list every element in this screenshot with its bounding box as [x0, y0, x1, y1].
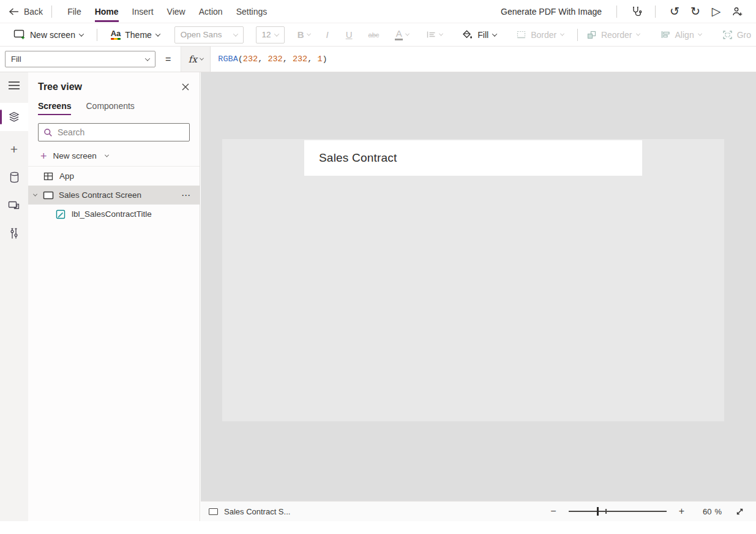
tree-search-box[interactable] — [38, 123, 190, 141]
reorder-icon — [586, 30, 597, 40]
font-size-dropdown[interactable]: 12 — [256, 26, 285, 43]
title-label-control[interactable]: Sales Contract — [304, 140, 642, 176]
zoom-in-button[interactable]: + — [676, 506, 687, 516]
border-label: Border — [531, 30, 556, 40]
media-nav-button[interactable] — [0, 191, 28, 219]
align-button[interactable]: Align — [656, 25, 706, 45]
font-color-button[interactable]: A — [391, 29, 413, 41]
font-family-dropdown[interactable]: Open Sans — [174, 26, 244, 43]
fit-to-window-button[interactable] — [735, 507, 744, 516]
formula-function: RGBA — [218, 55, 238, 64]
chevron-down-icon — [306, 32, 310, 36]
redo-button[interactable]: ↻ — [685, 2, 706, 21]
chevron-down-icon — [145, 56, 150, 61]
chevron-down-icon — [439, 32, 443, 36]
title-label-text: Sales Contract — [319, 151, 397, 165]
undo-button[interactable]: ↺ — [664, 2, 685, 21]
redo-icon: ↻ — [691, 6, 700, 17]
chevron-down-icon — [405, 32, 410, 36]
border-button[interactable]: Border — [511, 25, 569, 45]
chevron-down-icon — [274, 31, 279, 36]
zoom-slider-thumb[interactable] — [597, 507, 599, 516]
top-menu-bar: Back File Home Insert View Action Settin… — [0, 0, 756, 23]
row-menu-button[interactable]: ⋯ — [181, 190, 200, 201]
property-dropdown[interactable]: Fill — [5, 51, 155, 67]
search-input[interactable] — [58, 127, 184, 137]
expand-menu-button[interactable] — [0, 72, 28, 98]
theme-label: Theme — [125, 30, 152, 40]
left-navigation-rail: + — [0, 72, 28, 521]
tree-row-sales-contract-screen[interactable]: Sales Contract Screen ⋯ — [28, 186, 200, 205]
strikethrough-button[interactable]: abc — [364, 31, 384, 39]
paint-bucket-icon — [462, 29, 473, 40]
back-button[interactable]: Back — [9, 7, 43, 17]
new-screen-button[interactable]: New screen — [9, 25, 88, 45]
layers-icon — [8, 111, 20, 123]
text-align-button[interactable] — [422, 30, 447, 39]
app-screen-canvas[interactable]: Sales Contract — [222, 139, 724, 421]
chevron-down-icon[interactable] — [33, 192, 37, 197]
close-icon — [181, 83, 190, 91]
menu-item-file[interactable]: File — [61, 0, 88, 23]
chevron-down-icon — [635, 32, 640, 36]
fx-icon: fx — [189, 54, 197, 65]
italic-button[interactable]: I — [322, 29, 333, 40]
plus-icon: + — [40, 151, 47, 162]
sliders-icon — [9, 228, 19, 239]
reorder-button[interactable]: Reorder — [582, 25, 645, 45]
fill-button[interactable]: Fill — [457, 25, 501, 45]
theme-button[interactable]: Aa Theme — [106, 25, 165, 45]
zoom-out-button[interactable]: − — [548, 506, 558, 516]
zoom-slider-track — [569, 511, 667, 512]
formula-bar: Fill = fx RGBA(232, 232, 232, 1) — [0, 47, 756, 72]
divider — [616, 6, 617, 18]
undo-icon: ↺ — [670, 6, 679, 17]
align-icon — [661, 30, 671, 39]
menu-item-insert[interactable]: Insert — [125, 0, 160, 23]
panel-tabs: Screens Components — [28, 92, 200, 115]
person-add-icon — [732, 6, 743, 17]
divider — [97, 29, 97, 41]
bold-button[interactable]: B — [293, 29, 315, 40]
formula-input-area: fx RGBA(232, 232, 232, 1) — [181, 47, 756, 72]
new-screen-label: New screen — [53, 151, 97, 160]
new-screen-icon — [13, 29, 26, 40]
new-screen-tree-button[interactable]: + New screen — [28, 146, 200, 167]
menu-item-view[interactable]: View — [160, 0, 192, 23]
zoom-slider[interactable] — [569, 507, 667, 516]
fx-dropdown[interactable]: fx — [181, 47, 211, 72]
tree-view-panel: Tree view Screens Components + New scree… — [28, 72, 200, 521]
zoom-value: 60 — [703, 507, 711, 516]
status-screen-selector[interactable]: Sales Contract S... — [209, 507, 290, 516]
play-icon: ▷ — [712, 6, 721, 17]
equals-sign: = — [165, 54, 171, 65]
tab-screens[interactable]: Screens — [38, 101, 71, 115]
chevron-down-icon — [560, 32, 564, 36]
app-checker-button[interactable] — [626, 2, 646, 21]
advanced-tools-nav-button[interactable] — [0, 219, 28, 247]
tab-components[interactable]: Components — [86, 101, 134, 115]
underline-button[interactable]: U — [342, 29, 357, 40]
back-arrow-icon — [9, 7, 19, 16]
plus-icon: + — [10, 143, 18, 156]
tree-view-nav-button[interactable] — [0, 103, 28, 131]
formula-input[interactable]: RGBA(232, 232, 232, 1) — [211, 47, 327, 72]
insert-nav-button[interactable]: + — [0, 135, 28, 163]
percent-sign: % — [714, 507, 722, 516]
generate-pdf-button[interactable]: Generate PDF With Image — [495, 7, 608, 17]
tree-row-label: App — [59, 171, 74, 181]
data-nav-button[interactable] — [0, 163, 28, 191]
tree-row-app[interactable]: App — [28, 167, 200, 186]
hamburger-icon — [9, 81, 20, 89]
tree-row-lbl-salescontracttitle[interactable]: lbl_SalesContractTitle — [28, 205, 200, 224]
preview-app-button[interactable]: ▷ — [706, 2, 727, 21]
menu-item-settings[interactable]: Settings — [230, 0, 274, 23]
screen-icon — [209, 508, 218, 515]
panel-title: Tree view — [38, 81, 82, 92]
menu-item-home[interactable]: Home — [88, 0, 125, 23]
screen-icon — [43, 191, 54, 200]
menu-item-action[interactable]: Action — [192, 0, 230, 23]
close-panel-button[interactable] — [181, 83, 190, 91]
group-button[interactable]: Gro — [717, 25, 756, 45]
share-button[interactable] — [727, 2, 747, 21]
